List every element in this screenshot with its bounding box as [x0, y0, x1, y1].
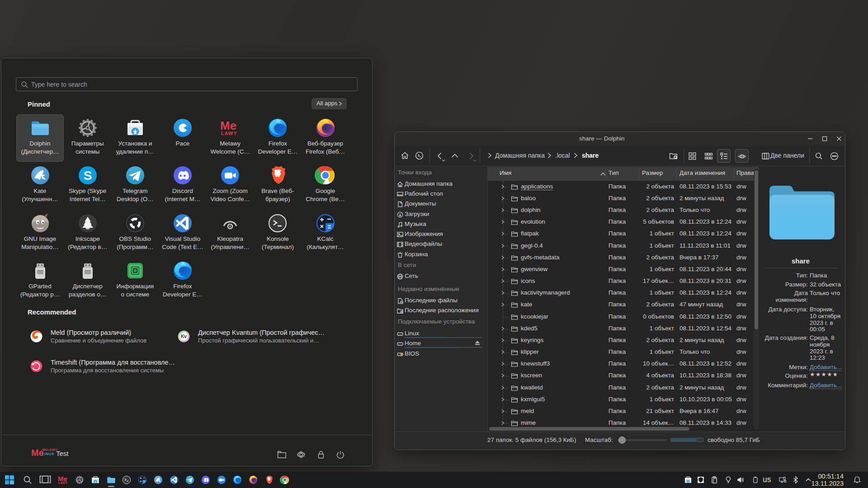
svg-text:Kv: Kv [181, 334, 187, 339]
svg-text:S: S [83, 169, 92, 183]
svg-text:LAWY: LAWY [221, 131, 237, 136]
